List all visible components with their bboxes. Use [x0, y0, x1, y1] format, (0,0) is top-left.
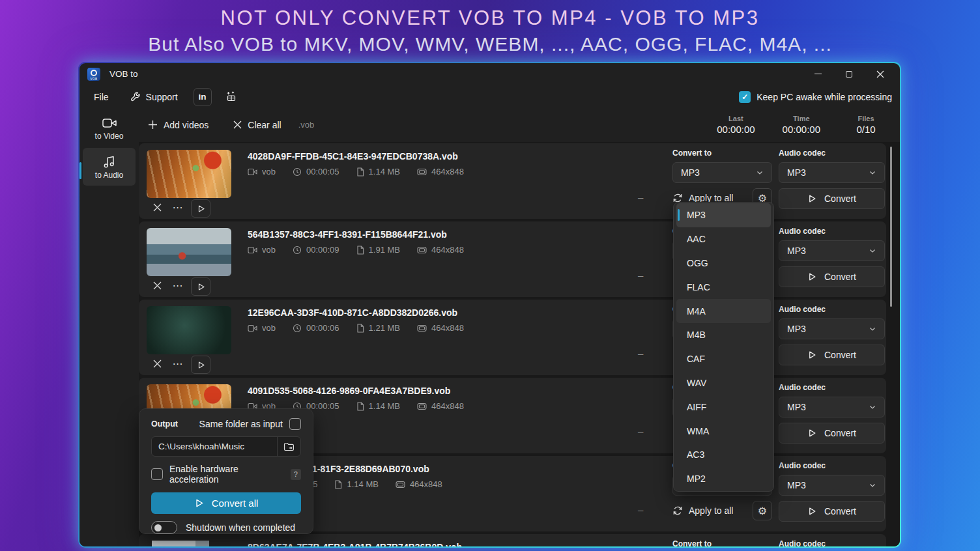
hardware-acceleration-label: Enable hardware acceleration — [169, 464, 284, 485]
linkedin-icon: in — [199, 92, 207, 102]
resolution-icon — [396, 481, 405, 488]
maximize-icon — [846, 71, 852, 78]
codec-select[interactable]: MP3 — [779, 475, 885, 496]
more-options-button[interactable]: ⋯ — [170, 356, 186, 371]
menu-file[interactable]: File — [89, 89, 114, 105]
codec-select[interactable]: MP3 — [779, 397, 885, 417]
vertical-scrollbar[interactable] — [890, 147, 892, 307]
menubar: File Support in ✓ Keep PC awake while pr… — [79, 85, 900, 109]
banner-line1: NOT ONLY CONVERT VOB TO MP4 - VOB TO MP3 — [0, 7, 980, 30]
sidebar-item-to-video[interactable]: to Video — [83, 111, 136, 145]
add-videos-button[interactable]: Add videos — [143, 116, 214, 134]
remove-file-button[interactable] — [149, 199, 165, 215]
promo-banner: NOT ONLY CONVERT VOB TO MP4 - VOB TO MP3… — [0, 7, 980, 55]
remove-file-button[interactable] — [149, 277, 165, 293]
linkedin-button[interactable]: in — [194, 88, 212, 106]
help-icon[interactable]: ? — [291, 469, 301, 480]
sidebar: to Video to Audio — [79, 109, 139, 546]
filename: 4028DA9F-FFDB-45C1-84E3-947EDCB0738A.vob — [248, 151, 458, 162]
convert-to-label: Convert to — [672, 148, 772, 158]
preview-play-button[interactable] — [191, 277, 210, 296]
codec-select[interactable]: MP3 — [779, 240, 885, 261]
format-dropdown: MP3 AAC OGG FLAC M4A M4B CAF WAV AIFF WM… — [673, 202, 774, 492]
preview-play-button[interactable] — [191, 356, 210, 374]
video-type-icon — [248, 246, 257, 254]
close-button[interactable] — [871, 66, 889, 82]
sync-icon — [672, 505, 683, 516]
checkbox-checked-icon: ✓ — [739, 91, 751, 103]
more-options-button[interactable]: ⋯ — [170, 199, 186, 215]
toolbar: Add videos Clear all .vob Last 00:00:00 … — [139, 107, 900, 142]
output-path-field[interactable]: C:\Users\khoah\Music — [151, 436, 301, 457]
dropdown-option[interactable]: M4B — [676, 323, 771, 347]
stat-last: Last 00:00:00 — [717, 115, 755, 135]
convert-button[interactable]: Convert — [779, 501, 885, 522]
sidebar-item-to-audio[interactable]: to Audio — [83, 148, 136, 186]
window-title: VOB to — [109, 69, 138, 79]
filename: 4091D535-5068-4126-9869-0FA4E3A7BDE9.vob — [248, 386, 450, 396]
remove-file-button[interactable] — [149, 356, 165, 371]
file-size-icon — [356, 324, 364, 333]
app-icon: VOB — [87, 68, 100, 81]
dropdown-option[interactable]: AIFF — [676, 395, 771, 419]
same-folder-checkbox[interactable]: Same folder as input — [199, 418, 301, 430]
convert-button[interactable]: Convert — [779, 266, 885, 287]
close-icon — [876, 70, 884, 78]
toggle-knob — [154, 524, 162, 531]
convert-button[interactable]: Convert — [779, 188, 885, 209]
whats-new-button[interactable] — [222, 88, 240, 106]
disc-icon — [91, 70, 97, 76]
filename: 1-81F3-2E88D69AB070.vob — [312, 464, 429, 474]
x-icon — [153, 360, 162, 368]
dropdown-option[interactable]: AAC — [676, 227, 771, 251]
menu-support[interactable]: Support — [124, 89, 183, 105]
preview-play-button[interactable] — [191, 199, 210, 218]
hardware-acceleration-checkbox[interactable]: Enable hardware acceleration ? — [151, 464, 301, 485]
keep-awake-toggle[interactable]: ✓ Keep PC awake while processing — [739, 91, 900, 103]
dropdown-option[interactable]: M4A — [676, 299, 771, 323]
gear-icon: ⚙ — [758, 505, 767, 517]
filename: 564B1357-88C3-4FF1-8391-F115B8644F21.vob — [248, 229, 447, 240]
collapse-dash[interactable]: – — [638, 191, 643, 203]
collapse-dash[interactable]: – — [638, 426, 643, 437]
dropdown-option[interactable]: WAV — [676, 371, 771, 395]
browse-folder-button[interactable] — [277, 437, 300, 456]
video-thumbnail — [147, 306, 231, 354]
convert-button[interactable]: Convert — [779, 423, 885, 444]
format-select[interactable]: MP3 — [672, 162, 772, 183]
clear-all-button[interactable]: Clear all — [228, 116, 286, 134]
dropdown-option[interactable]: AC3 — [676, 443, 771, 467]
minimize-button[interactable] — [809, 66, 827, 82]
x-icon — [153, 281, 162, 290]
checkbox-unchecked-icon — [151, 468, 163, 480]
codec-select[interactable]: MP3 — [779, 318, 885, 339]
play-icon — [807, 194, 816, 203]
output-path-value: C:\Users\khoah\Music — [152, 442, 277, 451]
dropdown-option[interactable]: MP2 — [676, 467, 771, 491]
dropdown-option[interactable]: OGG — [676, 251, 771, 276]
play-icon — [194, 498, 204, 508]
chevron-down-icon — [869, 481, 876, 489]
settings-button[interactable]: ⚙ — [753, 501, 772, 520]
maximize-button[interactable] — [840, 66, 858, 82]
chevron-down-icon — [756, 169, 764, 177]
shutdown-toggle[interactable] — [151, 521, 177, 534]
play-icon — [807, 507, 816, 516]
collapse-dash[interactable]: – — [638, 348, 643, 359]
dropdown-option[interactable]: CAF — [676, 347, 771, 371]
dropdown-option[interactable]: FLAC — [676, 275, 771, 299]
collapse-dash[interactable]: – — [638, 270, 643, 281]
convert-all-button[interactable]: Convert all — [151, 492, 301, 514]
apply-to-all-button[interactable]: Apply to all — [689, 505, 733, 516]
collapse-dash[interactable]: – — [638, 504, 643, 515]
video-thumbnail — [147, 228, 231, 276]
convert-button[interactable]: Convert — [779, 345, 885, 365]
dropdown-option[interactable]: WMA — [676, 419, 771, 443]
video-camera-icon — [102, 117, 117, 130]
video-type-icon — [248, 168, 257, 176]
dropdown-option[interactable]: MP3 — [676, 203, 771, 227]
more-options-button[interactable]: ⋯ — [170, 277, 186, 293]
codec-select[interactable]: MP3 — [779, 162, 885, 183]
stats: Last 00:00:00 Time 00:00:00 Files 0/10 — [717, 115, 884, 135]
audio-codec-label: Audio codec — [779, 461, 885, 470]
